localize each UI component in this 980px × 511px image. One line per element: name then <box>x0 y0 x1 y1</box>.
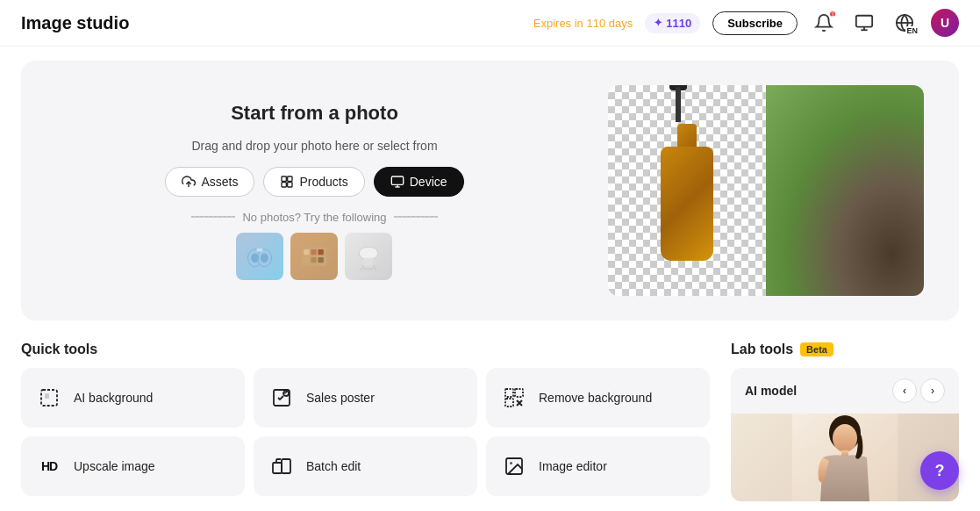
svg-rect-17 <box>257 248 263 252</box>
credits-badge[interactable]: ✦ 1110 <box>645 13 700 33</box>
monitor-icon <box>390 175 404 189</box>
cloud-icon <box>182 175 196 189</box>
sample-palette[interactable] <box>290 233 338 280</box>
nav-next-button[interactable]: › <box>920 378 945 403</box>
upload-source-buttons: Assets Products <box>165 167 463 197</box>
svg-rect-0 <box>856 16 872 27</box>
device-button[interactable]: Device <box>374 167 464 197</box>
ai-background-label: AI background <box>74 391 153 405</box>
ai-model-figure <box>792 414 898 501</box>
remove-background-icon <box>500 384 528 412</box>
earbuds-image <box>244 241 275 272</box>
batch-edit-label: Batch edit <box>306 459 361 473</box>
remove-background-label: Remove background <box>539 391 652 405</box>
svg-rect-23 <box>311 256 317 262</box>
preview-transparent-bg <box>608 85 766 296</box>
svg-rect-20 <box>311 248 317 254</box>
palette-image <box>298 241 330 272</box>
svg-rect-36 <box>505 399 513 407</box>
batch-edit-card[interactable]: Batch edit <box>254 436 477 496</box>
svg-rect-8 <box>282 182 286 186</box>
svg-rect-6 <box>282 176 286 181</box>
notifications-button[interactable]: 1 <box>810 9 838 37</box>
lab-title-row: Lab tools Beta <box>731 342 959 357</box>
svg-rect-31 <box>45 393 49 399</box>
app-header: Image studio Expires in 110 days ✦ 1110 … <box>0 0 980 47</box>
sample-images <box>236 233 392 280</box>
nav-prev-button[interactable]: ‹ <box>892 378 917 403</box>
upload-preview <box>608 85 924 296</box>
device-label: Device <box>410 175 447 189</box>
bottle-neck <box>677 124 697 148</box>
header-actions: Expires in 110 days ✦ 1110 Subscribe 1 <box>533 9 959 37</box>
beta-badge: Beta <box>800 342 833 356</box>
svg-line-28 <box>374 265 377 270</box>
orders-button[interactable] <box>850 9 878 37</box>
image-editor-icon <box>500 452 528 480</box>
upload-left-panel: Start from a photo Drag and drop your ph… <box>56 102 573 280</box>
svg-point-43 <box>833 424 857 452</box>
svg-rect-26 <box>364 257 374 265</box>
quick-tools-title: Quick tools <box>21 342 710 357</box>
main-content: Start from a photo Drag and drop your ph… <box>0 47 980 511</box>
assets-label: Assets <box>201 175 238 189</box>
svg-point-33 <box>283 391 289 396</box>
svg-rect-10 <box>391 176 403 184</box>
try-samples-section: No photos? Try the following <box>191 211 437 280</box>
sample-earbuds[interactable] <box>236 233 283 280</box>
image-editor-label: Image editor <box>539 459 607 473</box>
ai-model-header: AI model ‹ › <box>731 368 959 414</box>
upload-card: Start from a photo Drag and drop your ph… <box>21 61 959 320</box>
quick-tools-panel: Quick tools AI background <box>21 342 710 501</box>
batch-edit-icon <box>268 452 296 480</box>
svg-rect-7 <box>288 176 292 181</box>
svg-rect-19 <box>304 248 310 254</box>
svg-rect-35 <box>515 389 523 397</box>
star-icon: ✦ <box>654 17 662 29</box>
product-bottle <box>652 120 722 261</box>
tools-section: Quick tools AI background <box>21 342 959 501</box>
chair-image <box>353 241 384 272</box>
sales-poster-icon <box>268 384 296 412</box>
help-button[interactable]: ? <box>920 451 959 490</box>
svg-point-15 <box>252 253 260 263</box>
products-button[interactable]: Products <box>263 167 364 197</box>
svg-rect-38 <box>282 459 290 473</box>
svg-point-16 <box>261 253 268 263</box>
ai-model-nav: ‹ › <box>892 378 945 403</box>
sales-poster-label: Sales poster <box>306 391 375 405</box>
user-avatar[interactable]: U <box>931 9 959 37</box>
lab-tools-title: Lab tools <box>731 342 793 357</box>
tools-grid: AI background Sales poster <box>21 368 710 496</box>
svg-rect-24 <box>318 256 324 262</box>
help-icon: ? <box>935 462 945 480</box>
svg-rect-9 <box>288 182 292 186</box>
svg-rect-22 <box>304 256 310 262</box>
svg-point-40 <box>510 462 512 464</box>
products-label: Products <box>299 175 347 189</box>
preview-nature-bg <box>766 85 924 296</box>
subscribe-button[interactable]: Subscribe <box>712 11 798 35</box>
ai-background-icon <box>35 384 63 412</box>
svg-line-27 <box>361 265 364 270</box>
upscale-image-card[interactable]: HD Upscale image <box>21 436 245 496</box>
image-editor-card[interactable]: Image editor <box>486 436 710 496</box>
upload-title: Start from a photo <box>231 102 398 125</box>
bottle-body <box>661 147 713 261</box>
language-button[interactable]: EN <box>891 9 919 37</box>
orders-icon <box>855 13 874 32</box>
try-label: No photos? Try the following <box>191 211 437 224</box>
ai-background-card[interactable]: AI background <box>21 368 245 428</box>
assets-button[interactable]: Assets <box>165 167 254 197</box>
sales-poster-card[interactable]: Sales poster <box>254 368 477 428</box>
sample-chair[interactable] <box>345 233 392 280</box>
language-label: EN <box>905 26 919 35</box>
expires-text: Expires in 110 days <box>533 17 633 30</box>
remove-background-card[interactable]: Remove background <box>486 368 710 428</box>
upscale-label: Upscale image <box>74 459 155 473</box>
bottle-dropper-stem <box>676 87 681 122</box>
products-icon <box>280 175 294 189</box>
svg-point-25 <box>360 247 379 259</box>
upload-subtitle: Drag and drop your photo here or select … <box>191 139 437 153</box>
app-logo: Image studio <box>21 13 129 33</box>
